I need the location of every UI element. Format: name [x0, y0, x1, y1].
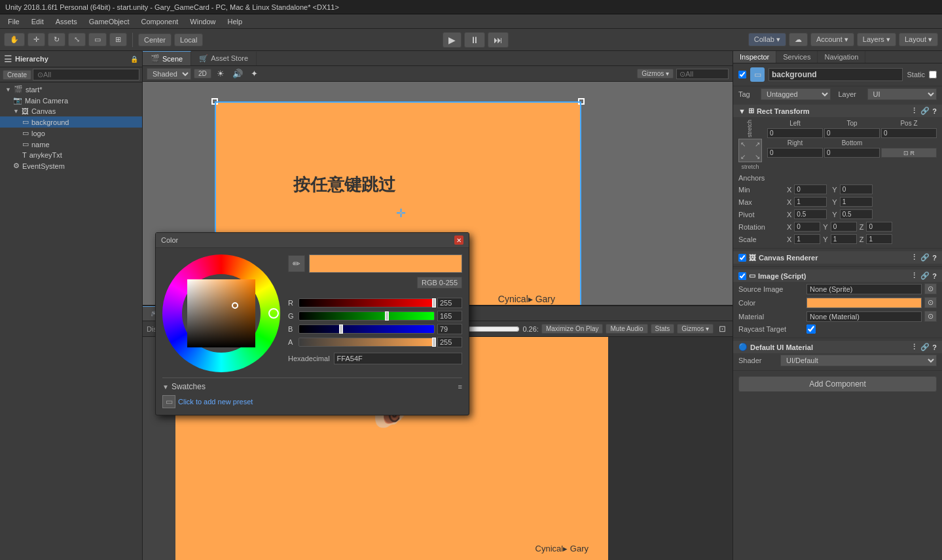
mode-btn[interactable]: RGB 0-255 — [417, 277, 462, 289]
is-link-icon[interactable]: 🔗 — [920, 271, 930, 280]
rt-link-icon[interactable]: 🔗 — [920, 107, 930, 115]
object-enabled-checkbox[interactable] — [738, 71, 746, 79]
canvas-renderer-header[interactable]: 🖼 Canvas Renderer ⋮ 🔗 ? — [733, 251, 942, 264]
image-script-header[interactable]: ▭ Image (Script) ⋮ 🔗 ? — [733, 270, 942, 282]
collab-button[interactable]: Collab ▾ — [748, 33, 786, 46]
pivot-y[interactable] — [840, 209, 873, 219]
material-picker[interactable]: ⊙ — [924, 311, 937, 322]
shader-dropdown[interactable]: UI/Default — [780, 355, 937, 366]
color-picker-close-btn[interactable]: ✕ — [454, 236, 463, 245]
scene-search[interactable] — [676, 69, 729, 79]
raycast-checkbox[interactable] — [806, 324, 816, 334]
move-tool[interactable]: ✛ — [27, 33, 45, 46]
g-value[interactable]: 165 — [437, 311, 462, 321]
tab-navigation[interactable]: Navigation — [818, 51, 865, 63]
maximize-btn[interactable]: Maximize On Play — [541, 324, 604, 334]
cloud-button[interactable]: ☁ — [789, 33, 808, 46]
menu-edit[interactable]: Edit — [26, 16, 49, 27]
rot-x[interactable] — [794, 222, 820, 232]
a-value[interactable]: 255 — [437, 337, 462, 347]
dum-menu-icon[interactable]: ⋮ — [911, 343, 918, 351]
transform-tool[interactable]: ⊞ — [109, 33, 127, 46]
rt-help-icon[interactable]: ? — [932, 107, 937, 115]
default-ui-material-header[interactable]: 🔵 Default UI Material ⋮ 🔗 ? — [733, 341, 942, 353]
left-val[interactable] — [767, 128, 823, 138]
scale-x[interactable] — [794, 234, 820, 244]
shading-dropdown[interactable]: Shaded — [147, 68, 191, 80]
image-script-enable[interactable] — [738, 272, 746, 280]
rot-z[interactable] — [866, 222, 892, 232]
rot-y[interactable] — [831, 222, 857, 232]
tag-dropdown[interactable]: Untagged — [761, 88, 831, 100]
static-checkbox[interactable] — [929, 71, 937, 79]
is-help-icon[interactable]: ? — [932, 272, 937, 280]
anchor-preset-btn[interactable]: ↖ ↗ ↙ ↘ — [738, 139, 762, 162]
scale-tool[interactable]: ⤡ — [68, 33, 86, 46]
layout-button[interactable]: Layout ▾ — [899, 33, 938, 46]
swatches-menu-icon[interactable]: ≡ — [458, 383, 462, 391]
hierarchy-item-logo[interactable]: ▭ logo — [0, 128, 142, 139]
scene-2d-btn[interactable]: 2D — [194, 69, 211, 79]
hierarchy-item-maincamera[interactable]: 📷 Main Camera — [0, 95, 142, 106]
stats-btn[interactable]: Stats — [651, 324, 675, 334]
b-slider-track[interactable] — [299, 324, 435, 334]
layers-button[interactable]: Layers ▾ — [857, 33, 896, 46]
min-x[interactable] — [794, 184, 827, 194]
dum-help-icon[interactable]: ? — [932, 343, 937, 351]
color-swatch[interactable] — [806, 298, 922, 308]
tab-asset-store[interactable]: 🛒 Asset Store — [191, 52, 257, 65]
swatches-header[interactable]: ▼ Swatches ≡ — [162, 382, 462, 391]
b-value[interactable]: 79 — [437, 324, 462, 334]
top-val[interactable] — [824, 128, 880, 138]
hand-tool[interactable]: ✋ — [4, 33, 25, 46]
play-button[interactable]: ▶ — [443, 32, 462, 48]
object-name-field[interactable] — [769, 68, 903, 81]
right-val[interactable] — [767, 148, 823, 158]
top-right-handle[interactable] — [578, 98, 585, 105]
add-component-btn[interactable]: Add Component — [738, 376, 937, 392]
game-maximize-icon[interactable]: ⊡ — [716, 323, 729, 335]
bottom-val[interactable] — [824, 148, 880, 158]
scale-y[interactable] — [831, 234, 857, 244]
r-slider-track[interactable] — [299, 298, 435, 307]
rt-expand-btn[interactable]: ⊡ R — [881, 148, 937, 158]
posz-val[interactable] — [881, 128, 937, 138]
menu-component[interactable]: Component — [136, 16, 183, 27]
hierarchy-item-background[interactable]: ▭ background — [0, 116, 142, 128]
tab-services[interactable]: Services — [776, 51, 818, 63]
rt-menu-icon[interactable]: ⋮ — [911, 107, 918, 115]
gizmos-btn[interactable]: Gizmos ▾ — [637, 69, 674, 79]
cr-help-icon[interactable]: ? — [932, 254, 937, 262]
canvas-renderer-enable[interactable] — [738, 254, 746, 262]
pivot-x[interactable] — [794, 209, 827, 219]
scene-light-btn[interactable]: ☀ — [214, 67, 227, 80]
layer-dropdown[interactable]: UI — [867, 88, 937, 100]
a-slider-track[interactable] — [299, 338, 435, 347]
source-image-value[interactable] — [806, 284, 922, 294]
account-button[interactable]: Account ▾ — [810, 33, 854, 46]
menu-file[interactable]: File — [3, 16, 25, 27]
scene-audio-btn[interactable]: 🔊 — [230, 67, 245, 80]
hierarchy-item-name[interactable]: ▭ name — [0, 139, 142, 150]
hierarchy-item-eventsystem[interactable]: ⚙ EventSystem — [0, 160, 142, 171]
hierarchy-search[interactable] — [33, 69, 139, 80]
dum-link-icon[interactable]: 🔗 — [920, 343, 930, 351]
color-picker-header[interactable]: Color ✕ — [156, 233, 469, 248]
hierarchy-item-canvas[interactable]: ▼ 🖼 Canvas — [0, 106, 142, 116]
pause-button[interactable]: ⏸ — [464, 32, 485, 48]
min-y[interactable] — [840, 184, 873, 194]
menu-window[interactable]: Window — [185, 16, 221, 27]
add-preset-label[interactable]: Click to add new preset — [178, 398, 253, 406]
menu-assets[interactable]: Assets — [50, 16, 82, 27]
max-x[interactable] — [794, 197, 827, 207]
local-button[interactable]: Local — [174, 33, 203, 46]
is-menu-icon[interactable]: ⋮ — [911, 271, 918, 280]
source-image-picker[interactable]: ⊙ — [924, 283, 937, 294]
cr-menu-icon[interactable]: ⋮ — [911, 253, 918, 262]
step-button[interactable]: ⏭ — [488, 32, 509, 48]
scene-fx-btn[interactable]: ✦ — [248, 67, 261, 80]
hierarchy-create-btn[interactable]: Create — [3, 70, 31, 80]
rotate-tool[interactable]: ↻ — [48, 33, 65, 46]
eyedropper-btn[interactable]: ✏ — [288, 255, 305, 272]
game-gizmos-btn[interactable]: Gizmos ▾ — [677, 324, 714, 334]
